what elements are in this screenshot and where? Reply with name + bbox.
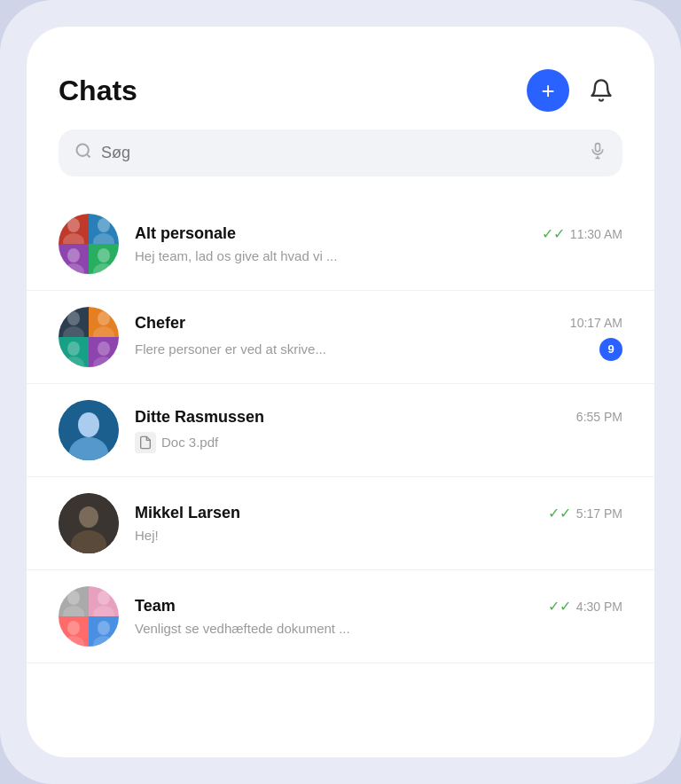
search-icon (74, 142, 92, 164)
unread-badge: 9 (599, 338, 622, 361)
svg-point-5 (67, 218, 80, 232)
chat-name: Alt personale (135, 224, 236, 243)
chat-name: Chefer (135, 314, 185, 333)
chat-time: 5:17 PM (576, 506, 622, 521)
svg-point-16 (93, 326, 114, 337)
header: Chats (27, 27, 654, 129)
svg-point-0 (77, 145, 89, 156)
svg-point-19 (98, 341, 110, 356)
svg-point-15 (98, 311, 110, 325)
chat-item-ditte-rasmussen[interactable]: Ditte Rasmussen 6:55 PM Doc 3.pdf (27, 384, 654, 477)
svg-point-33 (98, 621, 110, 635)
notifications-button[interactable] (580, 69, 622, 112)
svg-point-31 (67, 621, 80, 635)
svg-point-34 (93, 636, 114, 647)
avatar-mikkel-image (59, 493, 119, 553)
chat-list: Alt personale ✓✓ 11:30 AM Hej team, lad … (27, 198, 654, 757)
read-receipt-icon: ✓✓ (548, 505, 571, 521)
chat-content-team: Team ✓✓ 4:30 PM Venligst se vedhæftede d… (135, 597, 622, 636)
svg-point-7 (98, 218, 110, 232)
chat-content-chefer: Chefer 10:17 AM Flere personer er ved at… (135, 314, 622, 361)
chat-content-ditte: Ditte Rasmussen 6:55 PM Doc 3.pdf (135, 408, 622, 453)
svg-point-17 (67, 341, 80, 356)
svg-point-25 (79, 506, 98, 528)
svg-line-1 (87, 154, 90, 158)
svg-point-27 (67, 591, 80, 605)
svg-point-13 (67, 311, 80, 325)
chat-item-alt-personale[interactable]: Alt personale ✓✓ 11:30 AM Hej team, lad … (27, 198, 654, 291)
search-input[interactable] (101, 144, 580, 162)
svg-point-20 (93, 357, 114, 367)
chat-time: 4:30 PM (576, 600, 622, 614)
svg-point-30 (93, 606, 114, 616)
svg-point-10 (63, 263, 84, 274)
svg-point-6 (63, 233, 84, 244)
svg-rect-2 (596, 144, 600, 152)
chat-name: Ditte Rasmussen (135, 408, 264, 427)
page-title: Chats (59, 74, 137, 107)
svg-point-32 (63, 636, 84, 647)
svg-point-22 (78, 412, 99, 437)
svg-point-9 (67, 248, 80, 263)
search-bar (59, 129, 622, 176)
chat-item-mikkel-larsen[interactable]: Mikkel Larsen ✓✓ 5:17 PM Hej! (27, 477, 654, 570)
bell-icon (589, 78, 614, 103)
chat-item-chefer[interactable]: Chefer 10:17 AM Flere personer er ved at… (27, 291, 654, 384)
svg-point-18 (63, 357, 84, 367)
avatar-team (59, 586, 119, 647)
svg-point-29 (98, 591, 110, 605)
svg-point-8 (93, 233, 114, 244)
avatar-ditte (59, 400, 119, 460)
chat-name: Team (135, 597, 176, 615)
header-actions (527, 69, 622, 112)
chat-preview: Flere personer er ved at skrive... (135, 341, 326, 357)
svg-point-11 (98, 248, 110, 263)
chat-item-team[interactable]: Team ✓✓ 4:30 PM Venligst se vedhæftede d… (27, 570, 654, 663)
read-receipt-icon: ✓✓ (542, 225, 565, 242)
chat-content-alt-personale: Alt personale ✓✓ 11:30 AM Hej team, lad … (135, 224, 622, 263)
avatar-mikkel (59, 493, 119, 553)
avatar-chefer (59, 307, 119, 367)
read-receipt-icon: ✓✓ (548, 598, 571, 615)
chat-time: 6:55 PM (576, 410, 622, 424)
document-icon (135, 432, 156, 453)
phone-frame: Chats (0, 0, 681, 784)
chat-preview: Venligst se vedhæftede dokument ... (135, 621, 350, 636)
chat-time: 10:17 AM (570, 316, 622, 330)
mic-icon (589, 142, 607, 164)
doc-name: Doc 3.pdf (161, 435, 218, 450)
chat-preview: Hej team, lad os give alt hvad vi ... (135, 248, 337, 263)
chat-preview: Hej! (135, 528, 159, 543)
doc-preview: Doc 3.pdf (135, 432, 218, 453)
avatar-ditte-image (59, 400, 119, 460)
search-container (27, 129, 654, 198)
app-container: Chats (27, 27, 654, 757)
svg-point-28 (63, 606, 84, 616)
add-chat-button[interactable] (527, 69, 569, 112)
avatar-alt-personale (59, 214, 119, 274)
svg-point-12 (93, 263, 114, 274)
chat-time: 11:30 AM (570, 227, 622, 241)
svg-point-14 (63, 326, 84, 337)
chat-name: Mikkel Larsen (135, 504, 240, 522)
chat-content-mikkel: Mikkel Larsen ✓✓ 5:17 PM Hej! (135, 504, 622, 543)
